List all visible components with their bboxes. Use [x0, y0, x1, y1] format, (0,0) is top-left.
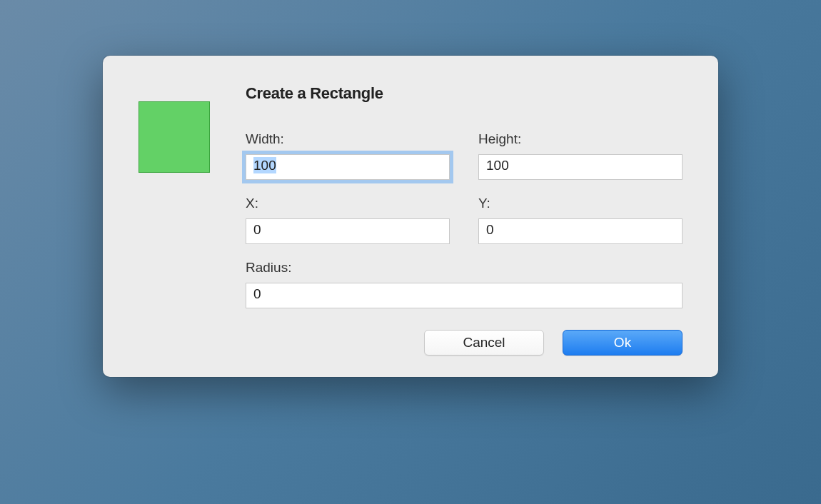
preview-column [138, 84, 210, 356]
x-label: X: [246, 196, 450, 211]
y-label: Y: [478, 196, 683, 211]
width-input[interactable]: 100 [246, 154, 450, 180]
create-rectangle-dialog: Create a Rectangle Width: 100 Height: 10… [103, 56, 718, 377]
width-label: Width: [246, 131, 450, 147]
x-input[interactable]: 0 [246, 218, 450, 244]
dialog-title: Create a Rectangle [246, 84, 683, 103]
cancel-button[interactable]: Cancel [424, 330, 544, 356]
ok-button[interactable]: Ok [563, 330, 683, 356]
radius-label: Radius: [246, 260, 683, 276]
radius-input[interactable]: 0 [246, 283, 683, 308]
height-label: Height: [478, 131, 683, 147]
rectangle-preview-icon [138, 101, 210, 173]
form-column: Create a Rectangle Width: 100 Height: 10… [246, 84, 683, 356]
height-input[interactable]: 100 [478, 154, 683, 180]
y-input[interactable]: 0 [478, 218, 683, 244]
